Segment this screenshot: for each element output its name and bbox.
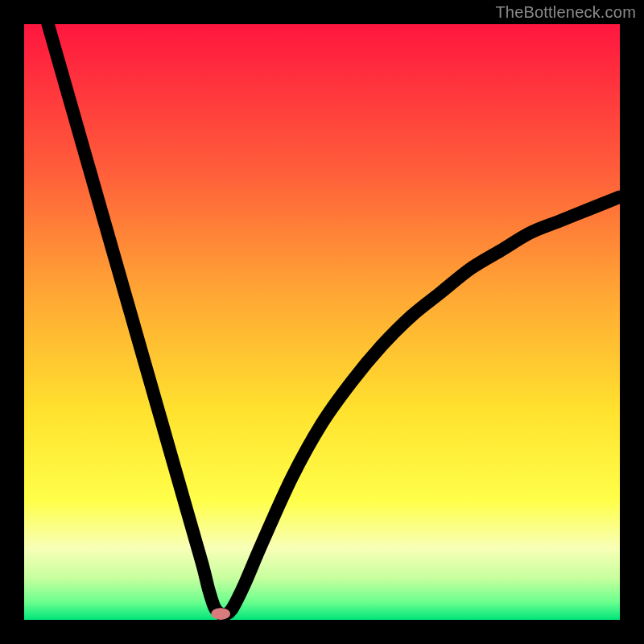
gradient-background bbox=[24, 24, 620, 620]
plot-area bbox=[24, 24, 620, 620]
chart-frame: TheBottleneck.com bbox=[0, 0, 644, 644]
bottleneck-chart bbox=[24, 24, 620, 620]
watermark-text: TheBottleneck.com bbox=[495, 3, 636, 22]
optimal-point-indicator bbox=[211, 608, 230, 620]
